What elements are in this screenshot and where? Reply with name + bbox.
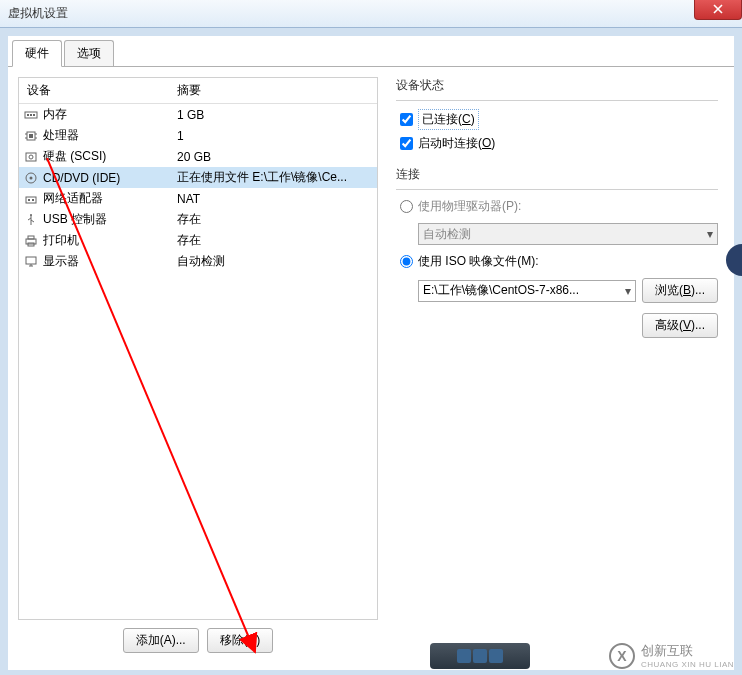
hw-row-label: 处理器	[43, 127, 79, 144]
svg-rect-15	[28, 199, 30, 201]
hw-row-summary: 1	[169, 129, 377, 143]
use-physical-label: 使用物理驱动器(P):	[418, 198, 521, 215]
connection-group: 使用物理驱动器(P): 自动检测 ▾ 使用 ISO 映像文件(M): E:\工作…	[396, 189, 718, 338]
hw-row-summary: NAT	[169, 192, 377, 206]
dialog-body: 硬件 选项 设备 摘要 内存 1 GB 处理器 1 硬盘 (SCSI) 20	[8, 36, 734, 670]
hw-row[interactable]: 处理器 1	[19, 125, 377, 146]
advanced-row: 高级(V)...	[396, 313, 718, 338]
cd-icon	[23, 170, 39, 186]
hw-row[interactable]: 打印机 存在	[19, 230, 377, 251]
hw-row-label: 打印机	[43, 232, 79, 249]
hardware-table: 设备 摘要 内存 1 GB 处理器 1 硬盘 (SCSI) 20 GB CD/D…	[18, 77, 378, 620]
watermark-brand: 创新互联	[641, 642, 734, 660]
connected-row[interactable]: 已连接(C)	[396, 109, 718, 130]
browse-button[interactable]: 浏览(B)...	[642, 278, 718, 303]
connect-on-power-row[interactable]: 启动时连接(O)	[396, 135, 718, 152]
physical-combo-row: 自动检测 ▾	[418, 223, 718, 245]
hw-row-label: 显示器	[43, 253, 79, 270]
hw-row[interactable]: 内存 1 GB	[19, 104, 377, 125]
hw-button-row: 添加(A)... 移除(R)	[18, 620, 378, 655]
connected-label: 已连接(C)	[418, 109, 479, 130]
titlebar: 虚拟机设置	[0, 0, 742, 28]
use-physical-row[interactable]: 使用物理驱动器(P):	[396, 198, 718, 215]
svg-rect-1	[27, 114, 29, 116]
hw-row-summary: 自动检测	[169, 253, 377, 270]
watermark: X 创新互联 CHUANG XIN HU LIAN	[609, 642, 734, 669]
physical-drive-combo: 自动检测 ▾	[418, 223, 718, 245]
hw-row-summary: 存在	[169, 211, 377, 228]
printer-icon	[23, 233, 39, 249]
content-area: 设备 摘要 内存 1 GB 处理器 1 硬盘 (SCSI) 20 GB CD/D…	[8, 67, 734, 665]
iso-path-row: E:\工作\镜像\CentOS-7-x86... ▾ 浏览(B)...	[418, 278, 718, 303]
svg-rect-21	[26, 257, 36, 264]
memory-icon	[23, 107, 39, 123]
display-icon	[23, 254, 39, 270]
svg-rect-19	[28, 236, 34, 239]
hw-row-summary: 1 GB	[169, 108, 377, 122]
add-button[interactable]: 添加(A)...	[123, 628, 199, 653]
use-physical-radio[interactable]	[400, 200, 413, 213]
tab-strip: 硬件 选项	[8, 36, 734, 67]
disk-icon	[23, 149, 39, 165]
hw-header-device[interactable]: 设备	[19, 78, 169, 103]
hw-header: 设备 摘要	[19, 78, 377, 104]
net-icon	[23, 191, 39, 207]
device-status-group: 已连接(C) 启动时连接(O)	[396, 100, 718, 152]
chevron-down-icon: ▾	[707, 227, 713, 241]
hw-row[interactable]: 网络适配器 NAT	[19, 188, 377, 209]
hw-row-label: 硬盘 (SCSI)	[43, 148, 106, 165]
right-pane: 设备状态 已连接(C) 启动时连接(O) 连接 使用物理驱动器(P):	[390, 77, 724, 655]
svg-point-13	[30, 176, 33, 179]
usb-icon	[23, 212, 39, 228]
iso-path-value: E:\工作\镜像\CentOS-7-x86...	[423, 282, 579, 299]
chevron-down-icon[interactable]: ▾	[625, 284, 631, 298]
connection-title: 连接	[396, 166, 718, 183]
device-status-title: 设备状态	[396, 77, 718, 94]
connect-on-power-checkbox[interactable]	[400, 137, 413, 150]
hw-row-summary: 正在使用文件 E:\工作\镜像\Ce...	[169, 169, 377, 186]
hw-row-label: USB 控制器	[43, 211, 107, 228]
svg-rect-5	[29, 134, 33, 138]
tab-hardware[interactable]: 硬件	[12, 40, 62, 67]
advanced-button[interactable]: 高级(V)...	[642, 313, 718, 338]
svg-point-17	[30, 214, 32, 216]
hw-row-summary: 存在	[169, 232, 377, 249]
hw-row-label: 内存	[43, 106, 67, 123]
physical-drive-value: 自动检测	[423, 226, 471, 243]
hw-row[interactable]: 显示器 自动检测	[19, 251, 377, 272]
close-button[interactable]	[694, 0, 742, 20]
svg-rect-14	[26, 197, 36, 203]
hw-row[interactable]: 硬盘 (SCSI) 20 GB	[19, 146, 377, 167]
connect-on-power-label: 启动时连接(O)	[418, 135, 495, 152]
hw-row-summary: 20 GB	[169, 150, 377, 164]
svg-point-11	[29, 155, 33, 159]
watermark-logo-icon: X	[609, 643, 635, 669]
remove-button[interactable]: 移除(R)	[207, 628, 274, 653]
use-iso-label: 使用 ISO 映像文件(M):	[418, 253, 539, 270]
close-icon	[713, 4, 723, 14]
use-iso-radio[interactable]	[400, 255, 413, 268]
svg-rect-2	[30, 114, 32, 116]
watermark-sub: CHUANG XIN HU LIAN	[641, 660, 734, 669]
left-pane: 设备 摘要 内存 1 GB 处理器 1 硬盘 (SCSI) 20 GB CD/D…	[18, 77, 378, 655]
hw-row[interactable]: USB 控制器 存在	[19, 209, 377, 230]
cpu-icon	[23, 128, 39, 144]
use-iso-row[interactable]: 使用 ISO 映像文件(M):	[396, 253, 718, 270]
svg-rect-10	[26, 153, 36, 161]
hw-row[interactable]: CD/DVD (IDE) 正在使用文件 E:\工作\镜像\Ce...	[19, 167, 377, 188]
hw-row-label: CD/DVD (IDE)	[43, 171, 120, 185]
hw-row-label: 网络适配器	[43, 190, 103, 207]
connected-checkbox[interactable]	[400, 113, 413, 126]
taskbar-fragment	[430, 643, 530, 669]
hw-header-summary[interactable]: 摘要	[169, 78, 377, 103]
iso-path-combo[interactable]: E:\工作\镜像\CentOS-7-x86... ▾	[418, 280, 636, 302]
svg-rect-3	[33, 114, 35, 116]
svg-rect-16	[32, 199, 34, 201]
window-title: 虚拟机设置	[8, 5, 68, 22]
tab-options[interactable]: 选项	[64, 40, 114, 66]
